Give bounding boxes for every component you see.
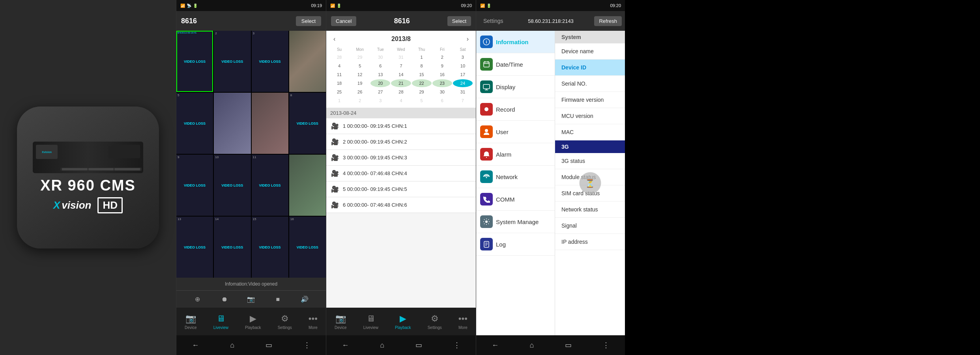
cal-day[interactable]: 6 — [432, 97, 452, 105]
dropdown-network-status[interactable]: Network status — [555, 202, 625, 218]
dropdown-mcu-version[interactable]: MCU version — [555, 108, 625, 124]
settings-tab-label[interactable]: Settings — [479, 15, 507, 27]
cal-day[interactable]: 5 — [412, 97, 432, 105]
cal-day[interactable]: 27 — [370, 88, 390, 96]
home-button-playback[interactable]: ⌂ — [380, 341, 384, 349]
menu-item-record[interactable]: Record — [476, 98, 555, 121]
cal-day[interactable]: 8 — [412, 62, 432, 70]
dropdown-firmware-version[interactable]: Firmware version — [555, 92, 625, 108]
nav-playback[interactable]: ▶ Playback — [245, 314, 261, 330]
cal-day[interactable]: 6 — [370, 62, 390, 70]
back-button-playback[interactable]: ← — [342, 341, 349, 349]
cal-day[interactable]: 29 — [412, 88, 432, 96]
menu-item-information[interactable]: i Information — [476, 31, 555, 53]
cal-day[interactable]: 2 — [350, 97, 370, 105]
cal-day[interactable]: 3 — [453, 53, 473, 61]
cal-day[interactable]: 15 — [412, 71, 432, 78]
menu-item-display[interactable]: Display — [476, 76, 555, 98]
recording-item-4[interactable]: 🎥 4 00:00:00- 07:46:48 CHN:4 — [326, 166, 476, 181]
menu-item-system-manage[interactable]: System Manage — [476, 211, 555, 233]
cal-prev-button[interactable]: ‹ — [333, 36, 335, 43]
pb-nav-more[interactable]: ••• More — [458, 314, 468, 330]
nav-liveview[interactable]: 🖥 Liveview — [213, 314, 228, 330]
cal-day[interactable]: 13 — [370, 71, 390, 78]
cal-day[interactable]: 21 — [391, 79, 411, 87]
camera-cell-14[interactable]: 14 VIDEO LOSS — [214, 217, 251, 278]
recording-item-1[interactable]: 🎥 1 00:00:00- 09:19:45 CHN:1 — [326, 118, 476, 134]
cancel-button[interactable]: Cancel — [331, 16, 356, 26]
cal-day[interactable]: 23 — [432, 79, 452, 87]
recent-button-playback[interactable]: ▭ — [415, 341, 422, 349]
cal-day[interactable]: 26 — [350, 88, 370, 96]
liveview-select-button[interactable]: Select — [296, 16, 321, 26]
pb-nav-settings[interactable]: ⚙ Settings — [428, 314, 442, 330]
recording-item-3[interactable]: 🎥 3 00:00:00- 09:19:45 CHN:3 — [326, 150, 476, 166]
dropdown-ip-address[interactable]: IP address — [555, 234, 625, 250]
cal-day[interactable]: 2 — [432, 53, 452, 61]
home-button-liveview[interactable]: ⌂ — [230, 341, 234, 349]
cal-day[interactable]: 29 — [350, 53, 370, 61]
recent-button-liveview[interactable]: ▭ — [266, 341, 272, 349]
camera-cell-6[interactable] — [214, 93, 251, 154]
back-button-settings[interactable]: ← — [492, 341, 499, 349]
cal-day[interactable]: 31 — [453, 88, 473, 96]
camera-cell-1[interactable]: 8/4/2013 09:19:41 VIDEO LOSS — [176, 31, 213, 92]
cal-day[interactable]: 10 — [453, 62, 473, 70]
cal-day[interactable]: 9 — [432, 62, 452, 70]
pb-nav-device[interactable]: 📷 Device — [335, 314, 347, 330]
cal-day[interactable]: 4 — [329, 62, 349, 70]
snapshot-button[interactable]: 📷 — [245, 293, 257, 306]
camera-cell-8[interactable]: 8 VIDEO LOSS — [289, 93, 326, 154]
camera-cell-7[interactable] — [252, 93, 288, 154]
camera-cell-15[interactable]: 15 VIDEO LOSS — [252, 217, 288, 278]
cal-day[interactable]: 1 — [329, 97, 349, 105]
menu-item-alarm[interactable]: Alarm — [476, 143, 555, 166]
recording-item-2[interactable]: 🎥 2 00:00:00- 09:19:45 CHN:2 — [326, 134, 476, 150]
cal-day[interactable]: 5 — [350, 62, 370, 70]
cal-day[interactable]: 19 — [350, 79, 370, 87]
camera-cell-10[interactable]: 10 VIDEO LOSS — [214, 155, 251, 216]
cal-day[interactable]: 7 — [453, 97, 473, 105]
cal-next-button[interactable]: › — [467, 36, 469, 43]
cal-day[interactable]: 11 — [329, 71, 349, 78]
cal-day[interactable]: 7 — [391, 62, 411, 70]
cal-day[interactable]: 31 — [391, 53, 411, 61]
menu-button-playback[interactable]: ⋮ — [453, 341, 460, 349]
camera-cell-16[interactable]: 16 VIDEO LOSS — [289, 217, 326, 278]
recording-item-6[interactable]: 🎥 6 00:00:00- 07:46:48 CHN:6 — [326, 197, 476, 213]
dropdown-mac[interactable]: MAC — [555, 124, 625, 140]
cal-day[interactable]: 14 — [391, 71, 411, 78]
camera-cell-3[interactable]: 3 VIDEO LOSS — [252, 31, 288, 92]
camera-cell-12[interactable] — [289, 155, 326, 216]
menu-item-datetime[interactable]: Date/Time — [476, 53, 555, 76]
cal-day[interactable]: 25 — [329, 88, 349, 96]
menu-item-comm[interactable]: COMM — [476, 188, 555, 211]
camera-cell-11[interactable]: 11 VIDEO LOSS — [252, 155, 288, 216]
camera-cell-4[interactable] — [289, 31, 326, 92]
cal-day[interactable]: 20 — [370, 79, 390, 87]
recording-item-5[interactable]: 🎥 5 00:00:00- 09:19:45 CHN:5 — [326, 181, 476, 197]
camera-cell-5[interactable]: 5 VIDEO LOSS — [176, 93, 213, 154]
dropdown-3g-status[interactable]: 3G status — [555, 153, 625, 169]
cal-day[interactable]: 1 — [412, 53, 432, 61]
cal-day[interactable]: 12 — [350, 71, 370, 78]
cal-day[interactable]: 18 — [329, 79, 349, 87]
playback-select-button[interactable]: Select — [447, 16, 471, 26]
dropdown-serial-no[interactable]: Serial NO. — [555, 76, 625, 92]
cal-day[interactable]: 16 — [432, 71, 452, 78]
back-button-liveview[interactable]: ← — [192, 341, 199, 349]
dropdown-device-name[interactable]: Device name — [555, 43, 625, 60]
cal-day[interactable]: 22 — [412, 79, 432, 87]
dropdown-device-id[interactable]: Device ID — [555, 60, 625, 76]
stop-button[interactable]: ■ — [271, 293, 284, 306]
record-button[interactable]: ⏺ — [218, 293, 231, 306]
ptz-button[interactable]: ⊕ — [191, 293, 204, 306]
camera-cell-13[interactable]: 13 VIDEO LOSS — [176, 217, 213, 278]
cal-day[interactable]: 4 — [391, 97, 411, 105]
cal-day[interactable]: 30 — [432, 88, 452, 96]
cal-day[interactable]: 28 — [391, 88, 411, 96]
menu-item-log[interactable]: Log — [476, 233, 555, 256]
nav-settings[interactable]: ⚙ Settings — [278, 314, 292, 330]
cal-day[interactable]: 17 — [453, 71, 473, 78]
nav-device[interactable]: 📷 Device — [185, 314, 197, 330]
